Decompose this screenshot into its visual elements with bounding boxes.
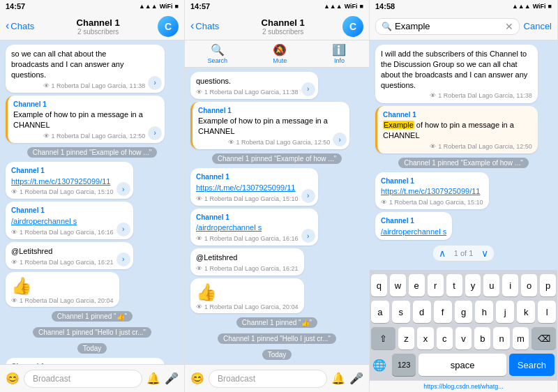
key-v[interactable]: v	[455, 327, 472, 349]
key-e[interactable]: e	[409, 274, 425, 296]
forward-button-1-3[interactable]: ›	[116, 182, 130, 196]
key-q[interactable]: q	[371, 274, 387, 296]
key-s[interactable]: s	[392, 301, 410, 323]
header-center-1: Channel 1 2 subscribers	[38, 17, 158, 36]
key-d[interactable]: d	[413, 301, 431, 323]
msg-link-1-3[interactable]: https://t.me/c/1307925099/11	[11, 176, 114, 187]
eye-icon-1-1: 👁	[43, 82, 50, 90]
cancel-button-3[interactable]: Cancel	[524, 21, 552, 31]
forward-button-2-1[interactable]: ›	[333, 133, 347, 146]
toolbar-search-2[interactable]: 🔍 Search	[208, 43, 228, 64]
message-1-7: Channel 1 The EYE ICON is in the bottom …	[6, 358, 165, 364]
key-m[interactable]: m	[513, 327, 529, 349]
message-2-4: @Letitshred 👁 1 Roberta Dal Lago Garcia,…	[190, 248, 304, 276]
msg-text-3-0: I will add the subscribers of this Chann…	[381, 49, 532, 90]
back-button-2[interactable]: ‹ Chats	[190, 20, 219, 32]
broadcast-input-2[interactable]: Broadcast	[209, 370, 327, 388]
mic-icon-2[interactable]: 🎤	[349, 372, 363, 385]
message-1-4: Channel 1 /airdroperchannel s 👁 1 Robert…	[6, 202, 133, 239]
key-i[interactable]: i	[502, 274, 518, 296]
message-3-2: Channel 1 https://t.me/c/1307925099/11 👁…	[375, 172, 489, 209]
key-search[interactable]: Search	[509, 354, 555, 376]
msg-link-3-2[interactable]: https://t.me/c/1307925099/11	[381, 186, 483, 197]
key-w[interactable]: w	[390, 274, 406, 296]
channel-label-1-4: Channel 1	[11, 206, 114, 216]
msg-meta-3-0: 👁 1 Roberta Dal Lago Garcia, 11:38	[381, 91, 532, 100]
time-2: 14:57	[190, 2, 210, 10]
forward-button-2-2[interactable]: ›	[301, 189, 315, 203]
status-icons-3: ▲▲▲ WiFi ■	[512, 3, 552, 10]
key-j[interactable]: j	[496, 301, 514, 323]
key-z[interactable]: z	[398, 327, 414, 349]
sys-msg-2-1: Channel 1 pinned "Example of how ..."	[212, 153, 342, 164]
emoji-icon-1[interactable]: 😊	[6, 372, 20, 385]
mic-icon-1[interactable]: 🎤	[165, 372, 179, 385]
eye-icon-2-0: 👁	[196, 88, 202, 96]
kb-bottom-row: 🌐 123 space Search	[371, 354, 556, 379]
key-g[interactable]: g	[455, 301, 473, 323]
panel-3: 14:58 ▲▲▲ WiFi ■ 🔍 Example ✕ Cancel I wi…	[370, 0, 558, 392]
emoji-icon-2[interactable]: 😊	[190, 372, 204, 385]
msg-meta-2-2: 👁 1 Roberta Dal Lago Garcia, 15:10	[196, 195, 299, 203]
key-backspace[interactable]: ⌫	[531, 327, 556, 349]
toolbar-mute-2[interactable]: 🔕 Mute	[273, 43, 287, 64]
key-c[interactable]: c	[437, 327, 453, 349]
forward-button-2-3[interactable]: ›	[301, 229, 315, 243]
key-x[interactable]: x	[417, 327, 433, 349]
search-clear-3[interactable]: ✕	[505, 21, 513, 32]
msg-text-3-1: Example of how to pin a message in a CHA…	[383, 120, 532, 141]
msg-text-2-0: questions.	[196, 76, 299, 86]
key-h[interactable]: h	[475, 301, 493, 323]
msg-meta-1-3: 👁 1 Roberta Dal Lago Garcia, 15:10	[11, 188, 114, 196]
kb-row-1: q w e r t y u i o p	[371, 274, 556, 296]
sys-msg-3-1: Channel 1 pinned "Example of how ..."	[398, 158, 529, 168]
search-input-3[interactable]: Example	[395, 21, 502, 31]
msg-meta-2-4: 👁 1 Roberta Dal Lago Garcia, 16:21	[196, 264, 299, 273]
channel-label-3-2: Channel 1	[381, 176, 483, 186]
key-k[interactable]: k	[517, 301, 535, 323]
forward-button-2-0[interactable]: ›	[301, 82, 315, 96]
key-b[interactable]: b	[474, 327, 490, 349]
forward-button-1-4[interactable]: ›	[116, 223, 130, 236]
key-o[interactable]: o	[521, 274, 537, 296]
channel-avatar-1[interactable]: C	[158, 16, 179, 37]
forward-button-1-1[interactable]: ›	[148, 76, 162, 90]
battery-icon-2: ■	[360, 3, 363, 10]
broadcast-input-1[interactable]: Broadcast	[24, 370, 142, 388]
key-space[interactable]: space	[418, 354, 506, 376]
key-a[interactable]: a	[371, 301, 389, 323]
search-prev-button[interactable]: ∧	[439, 248, 446, 259]
channel-label-3-1: Channel 1	[383, 110, 532, 120]
bell-icon-1[interactable]: 🔔	[146, 372, 160, 385]
forward-button-1-5[interactable]: ›	[116, 252, 130, 266]
msg-meta-3-1: 👁 1 Roberta Dal Lago Garcia, 12:50	[383, 142, 532, 151]
sys-msg-1-3: Channel 1 pinned "Hello I just cr..."	[33, 327, 151, 338]
key-123[interactable]: 123	[392, 354, 416, 376]
search-next-button[interactable]: ∨	[481, 248, 488, 259]
key-l[interactable]: l	[538, 301, 556, 323]
forward-button-1-2[interactable]: ›	[148, 126, 162, 140]
toolbar-info-2[interactable]: ℹ️ Info	[332, 43, 346, 64]
channel-avatar-2[interactable]: C	[342, 16, 363, 37]
message-3-3: Channel 1 /airdroperchannel s	[375, 212, 452, 239]
key-y[interactable]: y	[465, 274, 481, 296]
message-2-2: Channel 1 https://t.me/c/1307925099/11 👁…	[190, 168, 318, 205]
bell-icon-2[interactable]: 🔔	[331, 372, 345, 385]
msg-link-2-2[interactable]: https://t.me/c/1307925099/11	[196, 183, 299, 193]
key-t[interactable]: t	[446, 274, 462, 296]
channel-label-2-2: Channel 1	[196, 172, 299, 182]
globe-icon[interactable]: 🌐	[372, 359, 386, 372]
key-n[interactable]: n	[493, 327, 509, 349]
back-button-1[interactable]: ‹ Chats	[6, 20, 34, 32]
key-u[interactable]: u	[483, 274, 499, 296]
key-shift[interactable]: ⇧	[371, 327, 395, 349]
msg-text-1-5: @Letitshred	[11, 246, 114, 257]
eye-icon-1-6: 👁	[11, 297, 17, 304]
search-box-3: 🔍 Example ✕	[375, 18, 520, 35]
key-p[interactable]: p	[540, 274, 556, 296]
channel-label-1-3: Channel 1	[11, 166, 114, 176]
msg-text-2-3: /airdroperchannel s	[196, 223, 299, 233]
key-r[interactable]: r	[428, 274, 444, 296]
wifi-icon-1: WiFi	[160, 3, 173, 10]
key-f[interactable]: f	[434, 301, 452, 323]
